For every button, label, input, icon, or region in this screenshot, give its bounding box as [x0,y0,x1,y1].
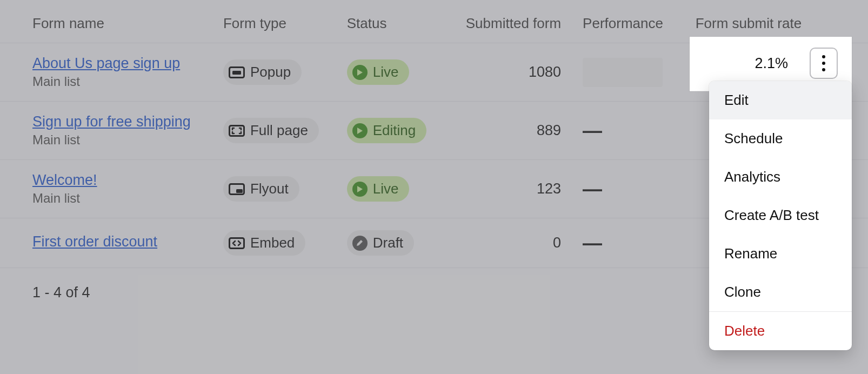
menu-item-create-a-b-test[interactable]: Create A/B test [709,196,852,235]
col-header-submitted[interactable]: Submitted form [457,0,583,43]
pencil-icon [352,236,368,251]
status-pill: Live [347,176,410,202]
svg-rect-2 [229,125,244,136]
form-type-pill: Full page [223,118,319,143]
form-type-label: Popup [250,64,291,81]
menu-item-delete[interactable]: Delete [709,312,852,350]
col-header-name[interactable]: Form name [0,0,223,43]
form-type-label: Embed [250,235,295,251]
status-pill: Draft [347,230,414,256]
submitted-count: 1080 [457,43,583,102]
embed-icon [229,237,245,249]
status-label: Live [373,181,399,197]
menu-item-schedule[interactable]: Schedule [709,119,852,158]
empty-dash-icon: — [583,119,600,142]
play-icon [352,182,368,197]
svg-rect-4 [236,189,243,193]
form-title-link[interactable]: First order discount [32,233,223,250]
play-icon [352,65,368,80]
form-type-label: Full page [250,122,308,139]
svg-rect-5 [229,238,244,248]
status-label: Live [373,64,399,81]
submitted-count: 0 [457,218,583,268]
performance-sparkline-placeholder [583,58,663,87]
form-type-label: Flyout [250,181,289,197]
menu-item-edit[interactable]: Edit [709,81,852,119]
status-pill: Editing [347,118,427,143]
form-title-link[interactable]: Welcome! [32,172,223,189]
form-title-link[interactable]: Sign up for free shipping [32,113,223,130]
submit-rate-value: 2.1% [755,55,788,72]
menu-item-rename[interactable]: Rename [709,235,852,273]
kebab-dot-icon [822,68,825,71]
form-type-pill: Flyout [223,176,299,202]
form-type-pill: Embed [223,230,305,256]
flyout-icon [229,183,245,195]
status-pill: Live [347,59,410,85]
kebab-dot-icon [822,62,825,65]
performance-cell: — [583,218,696,268]
submitted-count: 889 [457,102,583,160]
col-header-type[interactable]: Form type [223,0,347,43]
play-icon [352,123,368,138]
col-header-status[interactable]: Status [347,0,457,43]
form-subtitle: Main list [32,74,80,89]
form-subtitle: Main list [32,191,80,205]
row-actions-menu: EditScheduleAnalyticsCreate A/B testRena… [709,81,852,350]
row-actions-button[interactable] [810,48,838,79]
empty-dash-icon: — [583,178,600,200]
popup-icon [229,66,245,78]
menu-item-analytics[interactable]: Analytics [709,158,852,196]
empty-dash-icon: — [583,232,600,254]
performance-cell [583,43,696,102]
form-title-link[interactable]: About Us page sign up [32,55,223,72]
fullpage-icon [229,125,245,137]
svg-rect-1 [232,71,241,75]
form-type-pill: Popup [223,59,302,85]
form-subtitle: Main list [32,132,80,147]
performance-cell: — [583,102,696,160]
menu-item-clone[interactable]: Clone [709,273,852,311]
status-label: Draft [373,235,403,251]
submitted-count: 123 [457,160,583,218]
col-header-performance[interactable]: Performance [583,0,696,43]
kebab-dot-icon [822,55,825,58]
status-label: Editing [373,122,416,139]
performance-cell: — [583,160,696,218]
